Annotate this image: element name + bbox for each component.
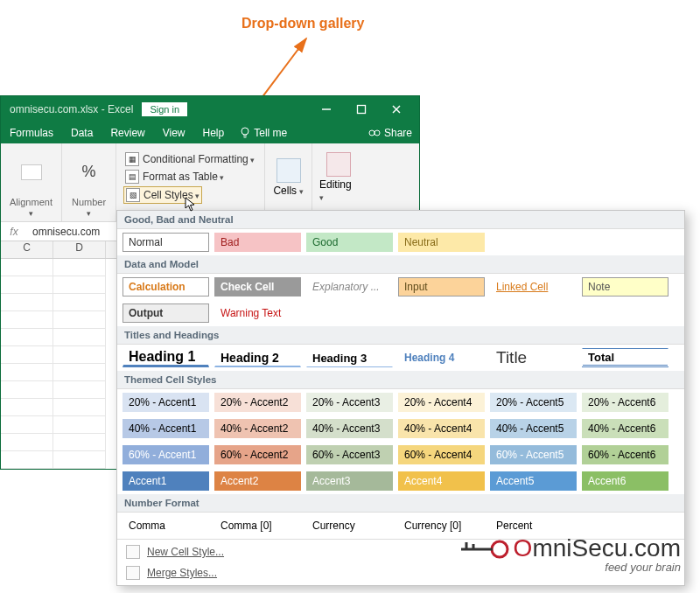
style-swatch[interactable]: 20% - Accent1 [122,393,209,412]
style-swatch[interactable]: Heading 2 [214,348,301,367]
cell-styles[interactable]: ▧ Cell Styles [123,186,202,204]
style-swatch[interactable]: Comma [122,516,209,535]
style-swatch[interactable]: Good [306,233,393,252]
style-swatch[interactable]: Linked Cell [490,277,577,296]
style-swatch[interactable]: 60% - Accent2 [214,445,301,464]
style-swatch[interactable]: 40% - Accent6 [582,419,668,438]
style-swatch[interactable]: 40% - Accent1 [122,419,209,438]
conditional-formatting-label: Conditional Formatting [143,153,255,165]
merge-styles-label: Merge Styles... [147,567,217,579]
style-swatch[interactable]: 20% - Accent2 [214,393,301,412]
svg-point-5 [242,128,248,135]
share-button[interactable]: Share [361,127,419,139]
tab-view[interactable]: View [154,127,194,139]
style-swatch[interactable]: 60% - Accent6 [582,445,668,464]
col-header-d[interactable]: D [53,241,106,258]
style-swatch[interactable]: 60% - Accent4 [398,445,485,464]
window-title: omnisecu.com.xlsx - Excel [10,103,133,115]
style-swatch[interactable]: Currency [0] [398,516,485,535]
tell-me-label: Tell me [254,127,287,139]
cells-icon [276,158,301,183]
style-swatch[interactable]: 20% - Accent3 [306,393,393,412]
percent-icon[interactable]: % [81,163,95,181]
style-swatch[interactable]: Accent4 [398,471,485,491]
style-swatch[interactable]: Accent1 [122,471,209,491]
gal-section-tcs: Themed Cell Styles [117,371,684,389]
style-swatch[interactable]: Normal [122,233,209,252]
format-as-table[interactable]: ▤ Format as Table [123,169,226,185]
gal-section-gbn: Good, Bad and Neutral [117,211,684,229]
callout-label: Drop-down gallery [242,16,364,31]
brand-o: O [514,534,533,562]
style-swatch[interactable]: Total [582,348,668,367]
maximize-button[interactable] [344,96,379,122]
new-cell-style-icon [126,545,140,559]
gal-row-tcs60: 60% - Accent160% - Accent260% - Accent36… [117,442,684,468]
brand-tagline: feed your brain [461,561,681,574]
style-swatch[interactable]: 40% - Accent5 [490,419,577,438]
style-swatch[interactable]: 40% - Accent4 [398,419,485,438]
style-swatch[interactable]: 20% - Accent5 [490,393,577,412]
style-swatch[interactable]: Heading 3 [306,348,393,367]
titlebar: omnisecu.com.xlsx - Excel Sign in [1,96,419,122]
style-swatch[interactable]: 20% - Accent4 [398,393,485,412]
key-icon [461,539,510,560]
cell-styles-label: Cell Styles [144,189,200,201]
tab-help[interactable]: Help [194,127,234,139]
style-swatch[interactable]: Bad [214,233,301,252]
share-label: Share [384,127,412,139]
tab-data[interactable]: Data [62,127,102,139]
editing-icon [326,152,351,177]
style-swatch[interactable]: Accent2 [214,471,301,491]
gal-section-th: Titles and Headings [117,326,684,345]
gal-row-tcs20: 20% - Accent120% - Accent220% - Accent32… [117,389,684,415]
svg-point-9 [374,130,380,136]
style-swatch[interactable]: Accent5 [490,471,577,491]
style-swatch[interactable]: 40% - Accent2 [214,419,301,438]
tab-formulas[interactable]: Formulas [1,127,62,139]
cells-label: Cells [273,185,303,197]
style-swatch[interactable]: Comma [0] [214,516,301,535]
style-swatch[interactable]: Heading 4 [398,348,485,367]
group-number: Number [69,197,108,220]
tab-review[interactable]: Review [102,127,153,139]
style-swatch[interactable]: 60% - Accent5 [490,445,577,464]
style-swatch[interactable]: Input [398,277,485,296]
fx-icon[interactable]: fx [1,226,27,238]
share-icon [368,128,381,138]
style-swatch[interactable]: Output [122,303,209,323]
tell-me[interactable]: Tell me [233,127,294,139]
minimize-button[interactable] [309,96,344,122]
style-swatch[interactable]: Note [582,277,668,296]
style-swatch[interactable]: Explanatory ... [306,277,393,296]
svg-point-8 [369,130,374,136]
style-swatch[interactable]: Warning Text [214,303,301,323]
gal-row-tcs40: 40% - Accent140% - Accent240% - Accent34… [117,415,684,442]
style-swatch[interactable]: Currency [306,516,393,535]
col-header-c[interactable]: C [1,241,53,258]
brand-name-b: .com [627,534,681,562]
signin-button[interactable]: Sign in [142,102,187,116]
alignment-dropdown[interactable] [21,164,42,180]
style-swatch[interactable]: 20% - Accent6 [582,393,668,412]
close-button[interactable] [379,96,414,122]
style-swatch[interactable]: Heading 1 [122,348,209,367]
style-swatch[interactable]: 40% - Accent3 [306,419,393,438]
cells-dropdown[interactable]: Cells [273,158,303,197]
style-swatch[interactable]: Accent3 [306,471,393,491]
style-swatch[interactable]: Percent [490,516,577,535]
style-swatch[interactable]: Accent6 [582,471,668,491]
editing-dropdown[interactable]: Editing [319,152,358,203]
style-swatch[interactable]: Calculation [122,277,209,296]
style-swatch[interactable]: Neutral [398,233,485,252]
ribbon-tabs: Formulas Data Review View Help Tell me S… [1,122,419,143]
conditional-formatting[interactable]: ▦ Conditional Formatting [123,151,256,167]
style-swatch[interactable]: 60% - Accent1 [122,445,209,464]
style-swatch[interactable]: Title [490,348,577,367]
editing-label: Editing [319,178,358,203]
gal-row-tcsA: Accent1Accent2Accent3Accent4Accent5Accen… [117,468,684,494]
gal-row-th: Heading 1Heading 2Heading 3Heading 4Titl… [117,345,684,371]
svg-rect-2 [358,106,366,114]
style-swatch[interactable]: 60% - Accent3 [306,445,393,464]
style-swatch[interactable]: Check Cell [214,277,301,296]
